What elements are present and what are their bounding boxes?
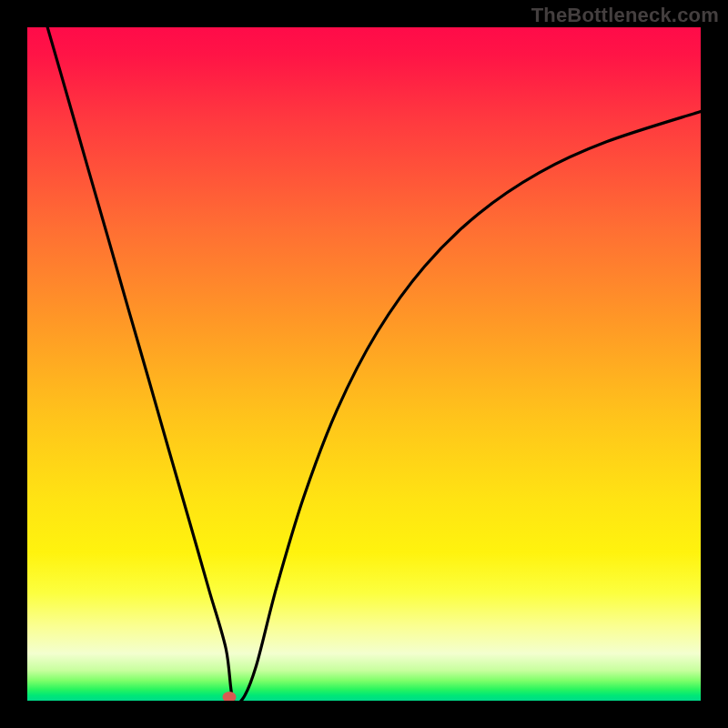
minimum-marker-icon — [223, 692, 237, 701]
bottleneck-curve — [27, 27, 701, 701]
chart-frame: TheBottleneck.com — [0, 0, 728, 728]
curve-path — [47, 27, 701, 701]
plot-area — [27, 27, 701, 701]
watermark-text: TheBottleneck.com — [531, 4, 719, 27]
